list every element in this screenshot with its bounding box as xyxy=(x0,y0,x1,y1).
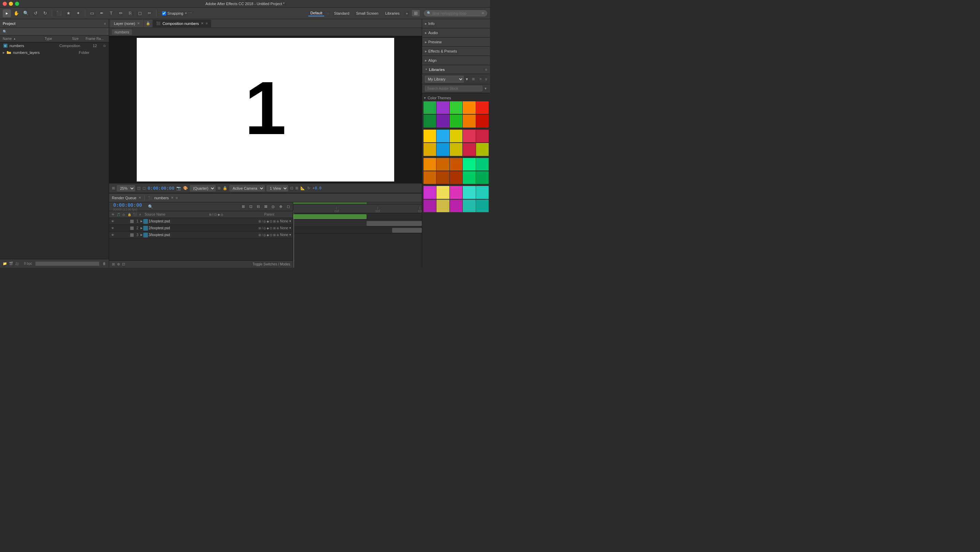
breadcrumb-numbers[interactable]: numbers xyxy=(112,29,132,35)
info-header[interactable]: ▶ Info xyxy=(422,19,490,28)
project-item-folder[interactable]: ▶ numbers_layers Folder xyxy=(0,49,109,56)
swatch-4-1[interactable] xyxy=(423,143,436,156)
swatch-2-1[interactable] xyxy=(423,115,436,127)
layer3-expand[interactable]: ▶ xyxy=(140,233,143,236)
clone-tool[interactable]: ⎘ xyxy=(126,9,134,18)
swatch-6-5[interactable] xyxy=(476,171,488,184)
hand-tool[interactable]: ✋ xyxy=(12,9,21,18)
layer1-label[interactable] xyxy=(130,220,134,223)
tab-icon[interactable]: 🔒 xyxy=(144,20,152,27)
tl-tool6[interactable]: ⊕ xyxy=(277,203,284,210)
layer1-expand[interactable]: ▶ xyxy=(140,220,143,223)
views-dropdown[interactable]: 1 View xyxy=(267,185,288,191)
tl-tool3[interactable]: ⊟ xyxy=(255,203,261,210)
swatch-4-3[interactable] xyxy=(450,143,462,156)
workspace-small[interactable]: Small Screen xyxy=(354,11,380,16)
render-queue-tab[interactable]: Render Queue ✕ xyxy=(112,196,141,200)
camera-tool[interactable]: ⬛ xyxy=(55,9,63,18)
tl-tool5[interactable]: ◎ xyxy=(270,203,277,210)
eraser-tool[interactable]: ◻ xyxy=(136,9,144,18)
tab-settings-icon[interactable]: ≡ xyxy=(205,21,208,25)
swatch-3-5[interactable] xyxy=(476,130,488,142)
snap-icon1[interactable]: ⌖ xyxy=(185,11,187,15)
new-folder-icon[interactable]: 📁 xyxy=(3,262,7,265)
viewer-grid-icon[interactable]: ⊞ xyxy=(112,186,115,190)
track2-bar[interactable] xyxy=(367,221,422,226)
swatch-7-5[interactable] xyxy=(476,186,488,199)
layer1-ctrl1[interactable]: ⊞ xyxy=(258,220,261,223)
swatch-7-1[interactable] xyxy=(423,186,436,199)
puppet-tool[interactable]: ✂ xyxy=(145,9,153,18)
swatch-1-3[interactable] xyxy=(450,101,462,114)
comp-close[interactable]: ✕ xyxy=(171,196,173,199)
layer1-ctrl4[interactable]: ◆ xyxy=(267,220,269,223)
brush-tool[interactable]: ✏ xyxy=(117,9,125,18)
rq-close[interactable]: ✕ xyxy=(138,196,141,199)
workspace-libraries[interactable]: Libraries xyxy=(383,11,402,16)
comp-tab-menu[interactable]: ≡ xyxy=(176,196,178,200)
layer3-eye[interactable]: 👁 xyxy=(110,233,115,237)
swatch-6-2[interactable] xyxy=(436,171,449,184)
work-area-range[interactable] xyxy=(293,202,367,204)
swatch-8-1[interactable] xyxy=(423,199,436,212)
swatch-3-4[interactable] xyxy=(463,130,475,142)
workspace-more[interactable]: » xyxy=(404,11,409,16)
align-header[interactable]: ▶ Align xyxy=(422,56,490,65)
layer1-eye[interactable]: 👁 xyxy=(110,219,115,223)
tab-close-layer[interactable]: ✕ xyxy=(137,21,140,25)
search-tl-icon[interactable]: 🔍 xyxy=(148,204,153,209)
layer3-ctrl6[interactable]: ⊠ xyxy=(273,233,276,237)
new-comp-icon[interactable]: 🎬 xyxy=(9,262,13,265)
zoom-tool[interactable]: 🔍 xyxy=(22,9,30,18)
layer2-ctrl4[interactable]: ◆ xyxy=(267,227,269,230)
layer3-ctrl3[interactable]: ◎ xyxy=(263,233,266,237)
rulers-icon[interactable]: 📐 xyxy=(301,186,305,190)
tl-footer-icon2[interactable]: ⊕ xyxy=(117,262,120,266)
swatch-5-4[interactable] xyxy=(463,158,475,171)
grid-icon[interactable]: ⊞ xyxy=(295,186,298,190)
swatch-4-5[interactable] xyxy=(476,143,488,156)
tab-layer-none[interactable]: Layer (none) ✕ xyxy=(110,20,143,27)
swatch-8-2[interactable] xyxy=(436,199,449,212)
viewer-expand-icon[interactable]: ⊞ xyxy=(218,186,221,190)
layer1-ctrl6[interactable]: ⊠ xyxy=(273,220,276,223)
workspace-standard[interactable]: Standard xyxy=(332,11,352,16)
library-select[interactable]: My Library xyxy=(425,76,464,83)
swatch-3-2[interactable] xyxy=(436,130,449,142)
layer1-ctrl5[interactable]: ⊡ xyxy=(270,220,272,223)
pen-tool[interactable]: ✒ xyxy=(97,9,106,18)
layer3-ctrl4[interactable]: ◆ xyxy=(267,233,269,237)
stock-search-arrow[interactable]: ▼ xyxy=(484,87,487,90)
swatch-3-3[interactable] xyxy=(450,130,462,142)
search-input[interactable] xyxy=(433,11,480,15)
track3-bar[interactable] xyxy=(392,228,422,233)
tab-close-comp[interactable]: ✕ xyxy=(201,21,204,25)
project-search-input[interactable] xyxy=(8,30,106,34)
layer3-ctrl2[interactable]: / xyxy=(262,233,263,237)
comp-tab[interactable]: ⬛ numbers ✕ ≡ xyxy=(148,196,178,200)
lib-list-view[interactable]: ≡ xyxy=(478,76,484,82)
anchor-tool[interactable]: ✦ xyxy=(74,9,82,18)
behind-tool[interactable]: ★ xyxy=(64,9,73,18)
fit-height-icon[interactable]: ◻ xyxy=(143,186,146,190)
swatch-6-4[interactable] xyxy=(463,171,475,184)
workspace-icon[interactable]: ⊞ xyxy=(412,10,420,16)
color-picker-icon[interactable]: 🎨 xyxy=(183,186,188,190)
layer2-ctrl3[interactable]: ◎ xyxy=(263,227,266,230)
tl-tool4[interactable]: ⊠ xyxy=(262,203,269,210)
layer2-label[interactable] xyxy=(130,227,134,230)
layer3-label[interactable] xyxy=(130,233,134,237)
project-menu[interactable]: ≡ xyxy=(104,21,106,26)
layer2-ctrl6[interactable]: ⊠ xyxy=(273,227,276,230)
swatch-1-2[interactable] xyxy=(436,101,449,114)
layer2-expand[interactable]: ▶ xyxy=(140,227,143,230)
color-themes-triangle[interactable]: ▼ xyxy=(423,97,426,100)
swatch-2-5[interactable] xyxy=(476,115,488,127)
effects-header[interactable]: ▶ Effects & Presets xyxy=(422,47,490,56)
swatch-1-4[interactable] xyxy=(463,101,475,114)
fit-width-icon[interactable]: ◫ xyxy=(137,186,140,190)
tl-tool1[interactable]: ⊞ xyxy=(240,203,247,210)
rotate-cw-tool[interactable]: ↻ xyxy=(41,9,49,18)
3d-icon[interactable]: ⊡ xyxy=(290,186,293,190)
lib-menu2[interactable]: ≡ xyxy=(485,77,487,81)
